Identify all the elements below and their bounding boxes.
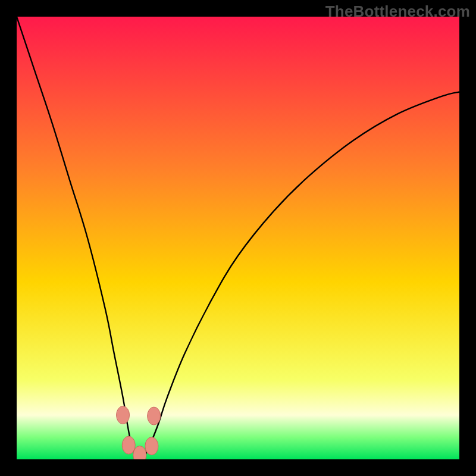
plot-area — [17, 17, 459, 459]
curve-marker — [117, 406, 130, 424]
outer-frame: TheBottleneck.com — [0, 0, 476, 476]
curve-marker — [148, 407, 161, 425]
curve-marker — [122, 436, 135, 454]
curve-marker — [145, 437, 158, 455]
gradient-background — [17, 17, 459, 459]
watermark-text: TheBottleneck.com — [325, 2, 470, 21]
bottleneck-chart — [17, 17, 459, 459]
